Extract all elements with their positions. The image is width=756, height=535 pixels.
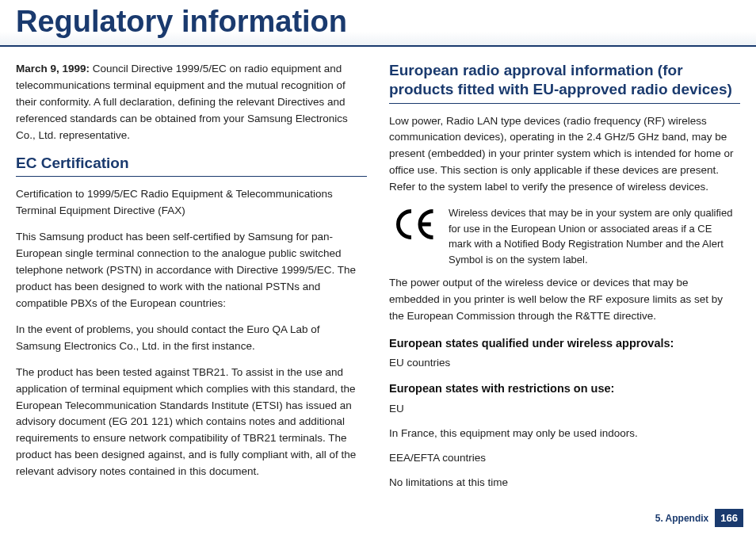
left-column: March 9, 1999: Council Directive 1999/5/… — [16, 61, 367, 499]
intro-date: March 9, 1999: — [16, 63, 90, 75]
page-title: Regulatory information — [0, 0, 756, 47]
ce-mark-note: Wireless devices that may be in your sys… — [389, 205, 740, 267]
ec-p4: The product has been tested against TBR2… — [16, 365, 367, 480]
page-footer: 5. Appendix 166 — [655, 509, 743, 527]
qualified-heading: European states qualified under wireless… — [389, 334, 740, 352]
ec-certification-heading: EC Certification — [16, 154, 367, 178]
era-p1: Low power, Radio LAN type devices (radio… — [389, 113, 740, 197]
restrictions-heading: European states with restrictions on use… — [389, 380, 740, 397]
intro-paragraph: March 9, 1999: Council Directive 1999/5/… — [16, 61, 367, 144]
right-column: European radio approval information (for… — [389, 61, 740, 499]
era-p2: The power output of the wireless device … — [389, 275, 740, 325]
ce-mark-icon — [394, 208, 437, 240]
era-heading: European radio approval information (for… — [389, 61, 740, 104]
ec-p1: Certification to 1999/5/EC Radio Equipme… — [16, 186, 367, 220]
ec-p2: This Samsung product has been self-certi… — [16, 229, 367, 312]
restr-line-1: EU — [389, 401, 740, 418]
ec-p3: In the event of problems, you should con… — [16, 322, 367, 355]
restr-line-2: In France, this equipment may only be us… — [389, 426, 740, 442]
restr-line-4: No limitations at this time — [389, 475, 740, 491]
footer-page-number: 166 — [715, 509, 743, 527]
footer-chapter: 5. Appendix — [655, 513, 709, 524]
qualified-body: EU countries — [389, 355, 740, 372]
content-columns: March 9, 1999: Council Directive 1999/5/… — [0, 47, 756, 499]
ce-note-text: Wireless devices that may be in your sys… — [449, 205, 735, 267]
restr-line-3: EEA/EFTA countries — [389, 450, 740, 467]
